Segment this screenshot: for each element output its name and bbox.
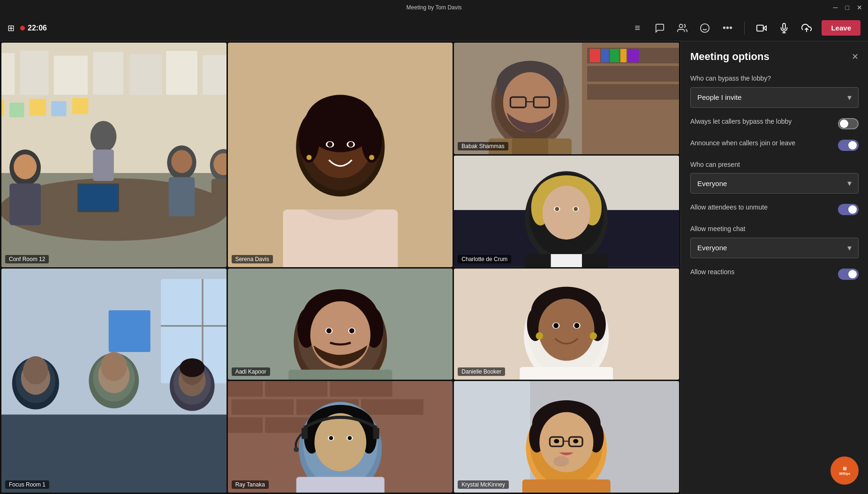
panel-title: Meeting options: [690, 51, 770, 63]
meeting-chat-label: Allow meeting chat: [690, 225, 859, 234]
announce-callers-toggle[interactable]: [838, 140, 859, 151]
svg-rect-155: [330, 381, 392, 397]
video-label-focus-room: Focus Room 1: [5, 480, 49, 489]
svg-point-114: [538, 299, 594, 361]
chat-icon[interactable]: [652, 21, 667, 36]
svg-point-72: [180, 358, 204, 377]
always-bypass-track[interactable]: [838, 118, 859, 129]
svg-point-149: [349, 328, 354, 333]
svg-rect-18: [1, 100, 4, 115]
maximize-button[interactable]: □: [845, 4, 849, 11]
allow-reactions-row: Allow reactions: [690, 268, 859, 280]
meeting-chat-dropdown[interactable]: Everyone ▾: [690, 238, 859, 258]
svg-point-134: [554, 439, 559, 443]
svg-point-49: [348, 142, 353, 147]
video-cell-focus-room[interactable]: Focus Room 1: [1, 269, 226, 493]
svg-point-30: [91, 121, 117, 152]
bypass-lobby-label: Who can bypass the lobby?: [690, 74, 859, 83]
svg-rect-11: [1, 53, 15, 95]
video-cell-danielle[interactable]: Danielle Booker: [454, 269, 679, 380]
right-col-bottom: Danielle Booker: [454, 269, 679, 493]
svg-rect-153: [228, 381, 263, 397]
svg-rect-17: [203, 55, 226, 95]
video-cell-ray[interactable]: Ray Tanaka: [228, 381, 453, 493]
minimize-button[interactable]: ─: [833, 4, 838, 11]
allow-unmute-label: Allow attendees to unmute: [690, 203, 832, 212]
video-cell-krystal[interactable]: Krystal McKinney: [454, 381, 679, 493]
divider: [744, 22, 745, 35]
top-bar-actions: ≡ •••: [630, 20, 860, 36]
svg-point-48: [327, 142, 332, 147]
svg-point-63: [23, 356, 48, 384]
who-can-present-dropdown[interactable]: Everyone ▾: [690, 173, 859, 194]
svg-point-148: [326, 328, 332, 333]
svg-rect-12: [20, 51, 49, 95]
video-cell-aadi[interactable]: Aadi Kapoor: [228, 269, 453, 380]
announce-callers-track[interactable]: [838, 140, 859, 151]
panel-header: Meeting options ✕: [690, 51, 859, 63]
allow-reactions-thumb: [848, 270, 857, 278]
mic-icon[interactable]: [777, 21, 792, 36]
svg-point-29: [14, 154, 37, 179]
window-close-button[interactable]: ✕: [857, 4, 862, 11]
announce-callers-thumb: [848, 141, 857, 150]
svg-rect-77: [587, 84, 679, 99]
svg-rect-5: [757, 25, 763, 31]
bypass-lobby-section: Who can bypass the lobby? People I invit…: [690, 74, 859, 108]
svg-point-169: [329, 436, 333, 440]
grid-view-icon[interactable]: ⊞: [8, 23, 15, 33]
participants-icon[interactable]: [675, 21, 690, 36]
svg-rect-124: [454, 381, 530, 493]
meeting-chat-arrow-icon: ▾: [847, 243, 852, 253]
video-cell-babak[interactable]: Babak Shammas: [454, 43, 679, 154]
svg-rect-156: [231, 399, 294, 415]
recording-indicator: 22:06: [20, 24, 47, 32]
reactions-icon[interactable]: [697, 21, 712, 36]
svg-rect-21: [51, 101, 66, 116]
svg-rect-14: [93, 52, 123, 95]
window-controls[interactable]: ─ □ ✕: [833, 0, 862, 15]
svg-point-0: [679, 24, 683, 27]
svg-rect-91: [512, 139, 548, 154]
svg-point-118: [574, 323, 580, 328]
svg-rect-106: [551, 254, 582, 267]
svg-rect-174: [296, 477, 384, 493]
who-can-present-label: Who can present: [690, 160, 859, 170]
video-grid: Conf Room 12: [0, 41, 680, 494]
video-label-babak: Babak Shammas: [458, 142, 508, 150]
who-can-present-section: Who can present Everyone ▾: [690, 160, 859, 194]
svg-point-34: [171, 150, 192, 173]
svg-rect-19: [9, 103, 24, 117]
allow-unmute-track[interactable]: [838, 204, 859, 215]
meeting-chat-value: Everyone: [697, 244, 727, 252]
allow-unmute-toggle[interactable]: [838, 204, 859, 215]
tips-badge[interactable]: ⊞ 365tips: [830, 457, 859, 485]
svg-point-173: [294, 447, 299, 452]
panel-close-button[interactable]: ✕: [852, 52, 859, 62]
svg-rect-26: [78, 185, 118, 211]
video-cell-conf-room[interactable]: Conf Room 12: [1, 43, 226, 267]
bypass-lobby-value: People I invite: [697, 93, 741, 101]
meeting-chat-section: Allow meeting chat Everyone ▾: [690, 225, 859, 258]
allow-reactions-track[interactable]: [838, 269, 859, 280]
hamburger-menu-icon[interactable]: ≡: [630, 21, 645, 36]
video-toggle-icon[interactable]: [754, 21, 769, 36]
leave-button[interactable]: Leave: [822, 20, 860, 36]
svg-point-166: [314, 413, 366, 472]
svg-rect-159: [228, 418, 263, 433]
video-cell-charlotte[interactable]: Charlotte de Crum: [454, 156, 679, 267]
right-col-top: Babak Shammas: [454, 43, 679, 267]
svg-rect-15: [129, 54, 162, 95]
bypass-lobby-dropdown[interactable]: People I invite ▾: [690, 87, 859, 108]
svg-rect-76: [587, 66, 679, 82]
video-label-charlotte: Charlotte de Crum: [458, 255, 511, 263]
allow-reactions-toggle[interactable]: [838, 269, 859, 280]
svg-rect-82: [628, 49, 639, 62]
video-cell-serena[interactable]: Serena Davis: [228, 43, 453, 267]
more-options-icon[interactable]: •••: [720, 21, 735, 36]
always-bypass-toggle[interactable]: [838, 118, 859, 129]
share-icon[interactable]: [799, 21, 814, 36]
svg-rect-121: [520, 367, 613, 380]
svg-rect-36: [211, 179, 226, 215]
video-label-aadi: Aadi Kapoor: [232, 367, 270, 376]
